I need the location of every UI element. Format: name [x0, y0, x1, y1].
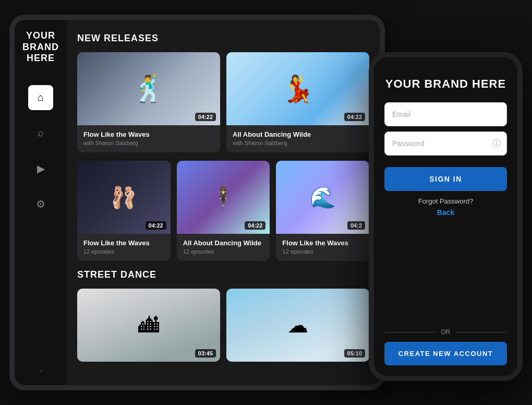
- nav-settings[interactable]: ⚙: [28, 192, 53, 217]
- phone-form: ⓘ: [384, 102, 507, 156]
- sidebar-arrow: ›: [40, 366, 42, 375]
- card-thumb-6: 03:45: [77, 289, 220, 362]
- duration-badge-6: 03:45: [195, 349, 216, 358]
- forgot-password-link[interactable]: Forgot Password?: [384, 197, 507, 205]
- back-link[interactable]: Back: [384, 208, 507, 217]
- card-info-2: All About Dancing Wilde with Sharon Salz…: [226, 125, 369, 152]
- sidebar-brand: YOUR BRAND HERE: [22, 30, 59, 64]
- cards-row-2: 04:22 Flow Like the Waves 12 episodes 04…: [77, 161, 369, 261]
- card-subtitle-5: 12 episodes: [282, 248, 363, 255]
- new-releases-title: NEW RELEASES: [77, 33, 369, 44]
- street-dance-title: STREET DANCE: [77, 269, 369, 280]
- video-card-7[interactable]: 05:10: [226, 289, 369, 362]
- card-title-5: Flow Like the Waves: [282, 239, 363, 247]
- card-thumb-1: 04:22: [77, 52, 220, 125]
- settings-icon: ⚙: [36, 198, 45, 210]
- video-card-1[interactable]: 04:22 Flow Like the Waves with Sharon Sa…: [77, 52, 220, 152]
- tablet-inner: YOUR BRAND HERE ⌂ ⌕ ▶ ⚙: [15, 20, 380, 385]
- video-card-2[interactable]: 04:22 All About Dancing Wilde with Sharo…: [226, 52, 369, 152]
- password-field[interactable]: [384, 132, 507, 156]
- sidebar: YOUR BRAND HERE ⌂ ⌕ ▶ ⚙: [15, 20, 67, 385]
- cards-row-3: 03:45 05:10: [77, 289, 369, 362]
- card-title-3: Flow Like the Waves: [83, 239, 164, 247]
- card-info-5: Flow Like the Waves 12 episodes: [276, 234, 369, 261]
- phone-inner: YOUR BRAND HERE ⓘ SIGN IN Forgot Passwor…: [374, 57, 517, 376]
- phone-notch: [420, 57, 472, 69]
- card-thumb-4: 04:22: [177, 161, 270, 234]
- search-icon: ⌕: [38, 127, 44, 139]
- duration-badge-1: 04:22: [195, 113, 216, 121]
- or-text: OR: [441, 328, 451, 336]
- duration-badge-5: 04:2: [347, 221, 365, 230]
- phone-brand: YOUR BRAND HERE: [384, 77, 507, 91]
- email-field[interactable]: [384, 102, 507, 126]
- card-subtitle-3: 12 episodes: [83, 248, 164, 255]
- card-info-3: Flow Like the Waves 12 episodes: [77, 234, 171, 261]
- main-content: NEW RELEASES 04:22 Flow Like the Waves w…: [67, 20, 380, 385]
- password-wrapper: ⓘ: [384, 132, 507, 156]
- video-card-5[interactable]: 04:2 Flow Like the Waves 12 episodes: [276, 161, 369, 261]
- cards-row-1: 04:22 Flow Like the Waves with Sharon Sa…: [77, 52, 369, 152]
- card-title-1: Flow Like the Waves: [83, 130, 214, 138]
- or-divider: OR: [384, 328, 507, 336]
- card-thumb-7: 05:10: [226, 289, 369, 362]
- video-card-6[interactable]: 03:45: [77, 289, 220, 362]
- nav-video[interactable]: ▶: [28, 156, 53, 181]
- eye-icon: ⓘ: [492, 138, 501, 149]
- card-subtitle-2: with Sharon Salzberg: [233, 140, 363, 146]
- phone: YOUR BRAND HERE ⓘ SIGN IN Forgot Passwor…: [369, 52, 523, 381]
- duration-badge-3: 04:22: [146, 221, 166, 230]
- card-info-4: All About Dancing Wilde 12 episodes: [177, 234, 270, 261]
- video-icon: ▶: [37, 162, 45, 175]
- card-title-4: All About Dancing Wilde: [183, 239, 264, 247]
- sign-in-button[interactable]: SIGN IN: [384, 167, 507, 191]
- create-account-button[interactable]: CREATE NEW ACCOUNT: [384, 342, 507, 365]
- duration-badge-4: 04:22: [245, 221, 265, 230]
- home-icon: ⌂: [38, 91, 44, 103]
- card-thumb-2: 04:22: [226, 52, 369, 125]
- or-line-right: [456, 332, 507, 332]
- card-thumb-5: 04:2: [276, 161, 369, 234]
- card-thumb-3: 04:22: [77, 161, 171, 234]
- card-subtitle-1: with Sharon Salzberg: [83, 140, 214, 146]
- nav-search[interactable]: ⌕: [28, 121, 53, 146]
- nav-home[interactable]: ⌂: [28, 85, 53, 110]
- card-subtitle-4: 12 episodes: [183, 248, 264, 255]
- duration-badge-2: 04:22: [344, 113, 365, 121]
- video-card-4[interactable]: 04:22 All About Dancing Wilde 12 episode…: [177, 161, 270, 261]
- scene: YOUR BRAND HERE ⌂ ⌕ ▶ ⚙: [0, 0, 532, 405]
- sidebar-nav: ⌂ ⌕ ▶ ⚙: [28, 85, 53, 217]
- or-line-left: [384, 332, 436, 332]
- tablet: YOUR BRAND HERE ⌂ ⌕ ▶ ⚙: [9, 15, 385, 390]
- duration-badge-7: 05:10: [344, 349, 365, 358]
- video-card-3[interactable]: 04:22 Flow Like the Waves 12 episodes: [77, 161, 171, 261]
- card-info-1: Flow Like the Waves with Sharon Salzberg: [77, 125, 220, 152]
- card-title-2: All About Dancing Wilde: [233, 130, 363, 138]
